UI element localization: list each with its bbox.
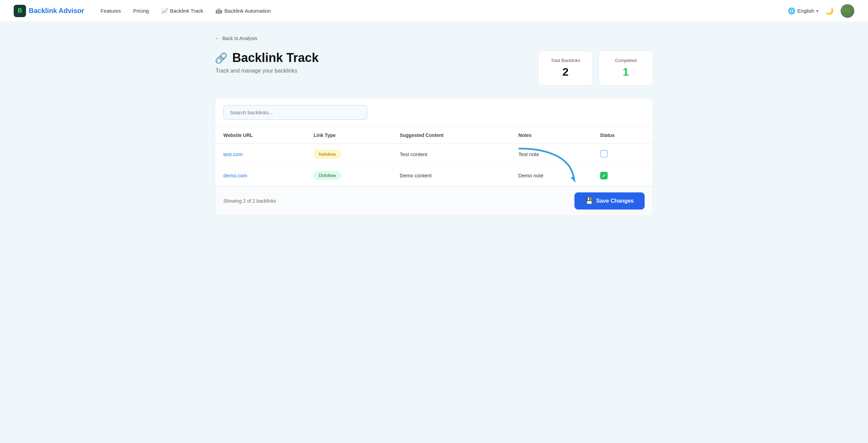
col-link-type: Link Type: [305, 127, 391, 144]
total-backlinks-card: Total Backlinks 2: [538, 51, 593, 86]
dark-mode-icon[interactable]: 🌙: [825, 7, 834, 15]
save-icon: 💾: [585, 197, 593, 205]
cell-link-type-2: Dofollow: [305, 165, 391, 186]
nav-features[interactable]: Features: [101, 8, 121, 14]
main-content: ← Back to Analysis 🔗 Backlink Track Trac…: [194, 22, 674, 230]
nav-backlink-track[interactable]: 📈 Backlink Track: [161, 8, 203, 14]
table-wrap: Website URL Link Type Suggested Content …: [215, 127, 653, 186]
language-selector[interactable]: 🌐 English ▾: [788, 7, 818, 15]
col-status: Status: [592, 127, 653, 144]
checkbox-unchecked-1[interactable]: [600, 150, 608, 157]
cell-content-2: Demo content: [392, 165, 510, 186]
search-input[interactable]: [223, 105, 367, 120]
brand-logo[interactable]: B Backlink Advisor: [14, 5, 84, 17]
nav-right: 🌐 English ▾ 🌙 🌿: [788, 4, 854, 18]
table-header: Website URL Link Type Suggested Content …: [215, 127, 653, 144]
badge-dofollow-2: Dofollow: [313, 171, 341, 180]
navbar: B Backlink Advisor Features Pricing 📈 Ba…: [0, 0, 868, 22]
col-url: Website URL: [215, 127, 305, 144]
col-suggested-content: Suggested Content: [392, 127, 510, 144]
page-title: 🔗 Backlink Track: [215, 51, 319, 65]
save-changes-button[interactable]: 💾 Save Changes: [574, 192, 645, 210]
cell-url-1: test.com: [215, 144, 305, 165]
table-body: test.com Nofollow Test content Test note: [215, 144, 653, 186]
search-bar: [215, 98, 653, 127]
page-subtitle: Track and manage your backlinks: [215, 68, 319, 74]
brand-icon: B: [14, 5, 26, 17]
language-label: English: [797, 8, 814, 14]
chevron-down-icon: ▾: [816, 9, 818, 13]
table-row: demo.com Dofollow Demo content Demo note…: [215, 165, 653, 186]
nav-links: Features Pricing 📈 Backlink Track 🤖 Back…: [101, 8, 788, 14]
robot-icon: 🤖: [215, 8, 222, 14]
back-arrow-icon: ←: [215, 36, 220, 41]
link-icon: 🔗: [215, 52, 227, 64]
total-backlinks-value: 2: [551, 66, 580, 78]
table-footer: Showing 2 of 2 backlinks 💾 Save Changes: [215, 186, 653, 216]
url-link-2[interactable]: demo.com: [223, 173, 247, 178]
nav-pricing[interactable]: Pricing: [133, 8, 149, 14]
url-link-1[interactable]: test.com: [223, 151, 243, 157]
completed-label: Completed: [611, 58, 641, 63]
stats-cards: Total Backlinks 2 Completed 1: [538, 51, 653, 86]
content-box: Website URL Link Type Suggested Content …: [215, 98, 653, 216]
chart-icon: 📈: [161, 8, 168, 14]
total-backlinks-label: Total Backlinks: [551, 58, 580, 63]
completed-card: Completed 1: [598, 51, 653, 86]
save-button-label: Save Changes: [596, 198, 634, 204]
brand-name: Backlink Advisor: [29, 7, 84, 15]
backlinks-table: Website URL Link Type Suggested Content …: [215, 127, 653, 186]
cell-status-2[interactable]: ✓: [592, 165, 653, 186]
nav-backlink-automation[interactable]: 🤖 Backlink Automation: [215, 8, 271, 14]
table-row: test.com Nofollow Test content Test note: [215, 144, 653, 165]
page-title-section: 🔗 Backlink Track Track and manage your b…: [215, 51, 319, 74]
user-avatar[interactable]: 🌿: [841, 4, 854, 18]
globe-icon: 🌐: [788, 7, 795, 15]
badge-nofollow-1: Nofollow: [313, 150, 341, 159]
back-link[interactable]: ← Back to Analysis: [215, 36, 653, 41]
cell-url-2: demo.com: [215, 165, 305, 186]
page-header: 🔗 Backlink Track Track and manage your b…: [215, 51, 653, 86]
cell-notes-1: Test note: [510, 144, 592, 165]
showing-text: Showing 2 of 2 backlinks: [223, 198, 276, 204]
col-notes: Notes: [510, 127, 592, 144]
checkbox-checked-2[interactable]: ✓: [600, 172, 608, 179]
page-heading: Backlink Track: [232, 51, 319, 65]
cell-link-type-1: Nofollow: [305, 144, 391, 165]
cell-status-1[interactable]: [592, 144, 653, 165]
completed-value: 1: [611, 66, 641, 78]
cell-content-1: Test content: [392, 144, 510, 165]
cell-notes-2: Demo note: [510, 165, 592, 186]
